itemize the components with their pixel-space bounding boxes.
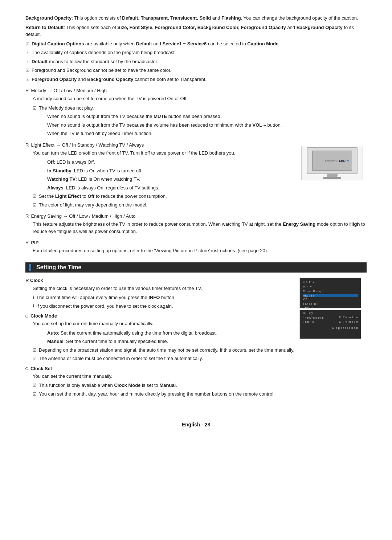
section-title: Setting the Time bbox=[36, 264, 81, 271]
note-item-3: ☑ Default means to follow the standard s… bbox=[25, 58, 367, 65]
clock-section: In t t l e r Wi r l y R i s e ' K e s p … bbox=[25, 278, 367, 399]
clock-note-info-1: ℹ The current time will appear every tim… bbox=[33, 294, 293, 301]
menu-screen-2: l s p l ' s 'E ' T y i n l p o l s p l '… bbox=[299, 310, 361, 339]
energy-saving-heading: R Energy Saving → Off / Low / Medium / H… bbox=[25, 213, 367, 219]
clock-mode-manual: Manual: Set the current time to a manual… bbox=[47, 338, 367, 345]
light-note-1: ☑ Set the Light Effect to Off to reduce … bbox=[33, 193, 367, 200]
note-icon: ☑ bbox=[25, 49, 29, 56]
circle-bullet bbox=[25, 315, 28, 318]
note-icon: ☑ bbox=[25, 41, 29, 47]
clock-set-label: Clock Set bbox=[30, 366, 52, 371]
note-icon: ☑ bbox=[33, 193, 37, 200]
menu-screen-1: In t t l e r Wi r l y R i s e ' K e s p … bbox=[299, 278, 361, 308]
tv-image-area: SAMSUNG LED bbox=[301, 146, 367, 183]
pip-heading: R PIP bbox=[25, 240, 367, 245]
note-icon: ☑ bbox=[33, 202, 37, 208]
section-title-bar: Setting the Time bbox=[25, 262, 367, 273]
note-icon: ☑ bbox=[33, 382, 37, 389]
pip-desc: For detailed procedures on setting up op… bbox=[33, 247, 367, 254]
clock-set-note-2: ☑ You can set the month, day, year, hour… bbox=[33, 390, 367, 398]
melody-sub-2: When no sound is output from the TV beca… bbox=[47, 122, 367, 129]
note-icon: ☑ bbox=[33, 347, 37, 353]
clock-menu-images: In t t l e r Wi r l y R i s e ' K e s p … bbox=[299, 278, 367, 339]
note-icon: ☑ bbox=[33, 391, 37, 397]
clock-set-note-1: ☑ This function is only available when C… bbox=[33, 382, 367, 389]
note-item-1: ☑ Digital Caption Options are available … bbox=[25, 40, 367, 48]
footer-text: English - 28 bbox=[182, 422, 211, 428]
note-icon: ☑ bbox=[25, 58, 29, 65]
clock-set-row: Clock Set bbox=[25, 366, 367, 371]
clock-mode-note-1: ☑ Depending on the broadcast station and… bbox=[33, 347, 367, 354]
energy-desc: This feature adjusts the brightness of t… bbox=[33, 221, 367, 235]
melody-note: ☑ The Melody does not play. bbox=[33, 105, 367, 112]
note-icon: ☑ bbox=[33, 355, 37, 362]
circle-bullet bbox=[25, 367, 28, 370]
clock-mode-row: Clock Mode bbox=[25, 313, 293, 319]
info-icon: ℹ bbox=[33, 294, 34, 300]
clock-mode-note-2: ☑ The Antenna or cable must be connected… bbox=[33, 355, 367, 362]
note-item-5: ☑ Foreground Opacity and Background Opac… bbox=[25, 76, 367, 83]
note-icon: ☑ bbox=[25, 67, 29, 74]
melody-desc: A melody sound can be set to come on whe… bbox=[33, 95, 367, 102]
page-content: Background Opacity: This option consists… bbox=[25, 15, 367, 428]
note-item-4: ☑ Foreground and Background cannot be se… bbox=[25, 67, 367, 74]
background-opacity-label: Background Opacity bbox=[25, 15, 72, 21]
clock-note-info-2: ℹ If you disconnect the power cord, you … bbox=[33, 303, 293, 310]
return-to-default-para: Return to Default: This option sets each… bbox=[25, 24, 367, 38]
bar-accent bbox=[29, 264, 31, 271]
melody-sub-1: When no sound is output from the TV beca… bbox=[47, 113, 367, 120]
clock-mode-label: Clock Mode bbox=[30, 313, 57, 319]
light-always: Always: LED is always On, regardless of … bbox=[47, 184, 367, 192]
footer: English - 28 bbox=[25, 417, 367, 428]
note-icon: ☑ bbox=[33, 105, 37, 111]
melody-sub-3: When the TV is turned off by Sleep Timer… bbox=[47, 130, 367, 137]
info-icon: ℹ bbox=[33, 303, 34, 309]
background-opacity-para: Background Opacity: This option consists… bbox=[25, 15, 367, 22]
tv-diagram: SAMSUNG LED bbox=[301, 146, 363, 180]
light-note-2: ☑ The color of light may vary depending … bbox=[33, 201, 367, 209]
note-icon: ☑ bbox=[25, 76, 29, 83]
clock-set-desc: You can set the current time manually. bbox=[33, 373, 367, 380]
note-item-2: ☑ The availability of captions depends o… bbox=[25, 49, 367, 56]
melody-heading: R Melody → Off / Low / Medium / High bbox=[25, 88, 367, 93]
